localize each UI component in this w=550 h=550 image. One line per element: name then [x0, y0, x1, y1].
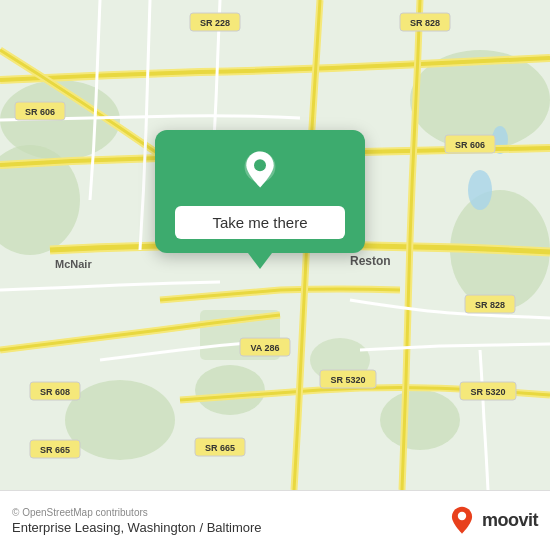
moovit-brand-icon [446, 505, 478, 537]
bottom-bar: © OpenStreetMap contributors Enterprise … [0, 490, 550, 550]
svg-text:Reston: Reston [350, 254, 391, 268]
moovit-logo[interactable]: moovit [446, 505, 538, 537]
svg-text:SR 828: SR 828 [475, 300, 505, 310]
svg-text:SR 608: SR 608 [40, 387, 70, 397]
copyright-text: © OpenStreetMap contributors [12, 507, 262, 518]
svg-text:SR 665: SR 665 [205, 443, 235, 453]
svg-text:SR 665: SR 665 [40, 445, 70, 455]
bottom-info: © OpenStreetMap contributors Enterprise … [12, 507, 262, 535]
svg-point-10 [468, 170, 492, 210]
svg-point-39 [458, 511, 466, 519]
svg-point-7 [195, 365, 265, 415]
svg-point-38 [254, 159, 266, 171]
svg-text:SR 828: SR 828 [410, 18, 440, 28]
svg-text:SR 5320: SR 5320 [470, 387, 505, 397]
svg-text:SR 606: SR 606 [25, 107, 55, 117]
location-label: Enterprise Leasing, Washington / Baltimo… [12, 520, 262, 535]
svg-point-6 [65, 380, 175, 460]
take-me-there-button[interactable]: Take me there [175, 206, 345, 239]
svg-text:SR 606: SR 606 [455, 140, 485, 150]
svg-point-5 [380, 390, 460, 450]
map-pin-icon [236, 148, 284, 196]
moovit-brand-text: moovit [482, 510, 538, 531]
svg-text:SR 228: SR 228 [200, 18, 230, 28]
svg-text:McNair: McNair [55, 258, 92, 270]
svg-text:VA 286: VA 286 [250, 343, 279, 353]
popup-card: Take me there [155, 130, 365, 253]
map-container: SR 228 SR 828 SR 606 SR 606 SR 828 VA 28… [0, 0, 550, 490]
svg-text:SR 5320: SR 5320 [330, 375, 365, 385]
